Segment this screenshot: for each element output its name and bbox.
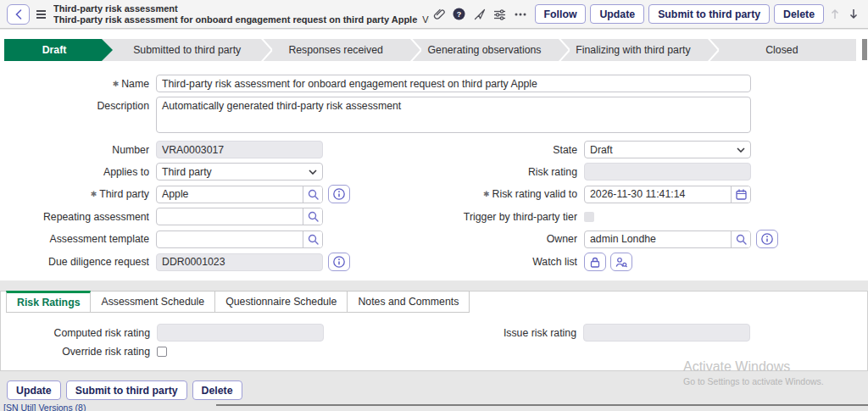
- name-input[interactable]: [156, 75, 751, 92]
- view-label: View: Vendor Risk: [422, 14, 428, 25]
- context-menu-icon[interactable]: [36, 10, 46, 19]
- applies-to-value: Third party: [162, 166, 212, 178]
- attachment-icon[interactable]: [429, 4, 449, 25]
- bottom-divider: [216, 404, 868, 406]
- date-picker-button[interactable]: [731, 186, 750, 203]
- due-diligence-request-preview-button[interactable]: [328, 253, 350, 271]
- activity-icon[interactable]: [470, 4, 490, 25]
- assessment-template-input[interactable]: [157, 231, 303, 247]
- scrollbar-thumb[interactable]: [862, 39, 867, 60]
- process-flow-bar: Draft Submitted to third party Responses…: [4, 39, 856, 61]
- svg-text:?: ?: [457, 10, 462, 19]
- owner-reference-field: [584, 230, 751, 248]
- submit-to-third-party-button[interactable]: Submit to third party: [648, 4, 770, 24]
- tab-notes-and-comments[interactable]: Notes and Comments: [348, 291, 470, 313]
- stage-closed: Closed: [708, 39, 856, 61]
- more-options-icon[interactable]: [510, 4, 531, 25]
- override-risk-rating-checkbox[interactable]: [157, 347, 167, 357]
- update-button[interactable]: Update: [590, 4, 644, 24]
- state-select[interactable]: Draft: [584, 141, 751, 158]
- stage-label: Finalizing with third party: [576, 44, 690, 56]
- follow-button[interactable]: Follow: [535, 4, 587, 24]
- search-icon: [308, 211, 319, 222]
- description-input[interactable]: Automatically generated third-party risk…: [156, 97, 751, 133]
- tab-questionnaire-schedule[interactable]: Questionnaire Schedule: [215, 291, 348, 313]
- repeating-assessment-field: [156, 208, 323, 225]
- trigger-by-tier-label: Trigger by third-party tier: [352, 211, 577, 223]
- delete-button[interactable]: Delete: [774, 4, 824, 24]
- help-icon[interactable]: ?: [449, 4, 470, 25]
- risk-rating-valid-to-field: [584, 186, 751, 203]
- record-type-title: Third-party risk assessment: [53, 3, 429, 14]
- form-panel: Draft Submitted to third party Responses…: [0, 30, 868, 280]
- tab-strip: Risk Ratings Assessment Schedule Questio…: [6, 291, 867, 313]
- header-actions: ? Follow Update Submit to third party De…: [429, 4, 861, 25]
- info-icon: [761, 233, 773, 245]
- risk-rating-field: [584, 163, 751, 181]
- person-key-icon: [615, 257, 627, 268]
- stage-label: Generating observations: [428, 44, 542, 56]
- stage-finalizing-with-third-party: Finalizing with third party: [559, 39, 707, 61]
- override-risk-rating-label: Override risk rating: [8, 346, 150, 358]
- info-icon: [333, 188, 345, 200]
- stage-generating-observations: Generating observations: [410, 39, 559, 61]
- issue-risk-rating-label: Issue risk rating: [353, 327, 576, 339]
- watermark-subtitle: Go to Settings to activate Windows.: [683, 376, 824, 386]
- computed-risk-rating-label: Computed risk rating: [8, 327, 150, 339]
- description-label: Description: [7, 97, 149, 112]
- footer-submit-to-third-party-button[interactable]: Submit to third party: [66, 380, 187, 400]
- footer-delete-button[interactable]: Delete: [192, 380, 242, 400]
- risk-rating-label: Risk rating: [352, 166, 577, 178]
- owner-input[interactable]: [585, 231, 731, 247]
- watch-list-label: Watch list: [352, 256, 577, 268]
- chevron-left-icon: [15, 9, 22, 19]
- name-label: ✱Name: [7, 78, 149, 90]
- search-icon: [308, 234, 319, 245]
- risk-rating-valid-to-label: ✱Risk rating valid to: [352, 188, 577, 200]
- repeating-assessment-lookup-button[interactable]: [303, 208, 322, 225]
- assessment-template-field: [156, 230, 323, 248]
- tab-assessment-schedule[interactable]: Assessment Schedule: [91, 291, 215, 313]
- info-icon: [333, 256, 345, 268]
- stage-draft: Draft: [4, 39, 113, 61]
- back-button[interactable]: [7, 4, 30, 25]
- trigger-by-tier-checkbox: [584, 212, 594, 222]
- record-titles: Third-party risk assessment Third-party …: [53, 3, 429, 25]
- assessment-template-label: Assessment template: [7, 233, 149, 245]
- stage-label: Responses received: [288, 44, 382, 56]
- assessment-template-lookup-button[interactable]: [303, 231, 322, 247]
- watch-list-edit-members-button[interactable]: [610, 253, 632, 271]
- third-party-lookup-button[interactable]: [303, 186, 322, 203]
- stage-submitted-to-third-party: Submitted to third party: [113, 39, 261, 61]
- owner-label: Owner: [352, 233, 577, 245]
- stage-responses-received: Responses received: [261, 39, 409, 61]
- form-fields: ✱Name Description Automatically generate…: [0, 61, 868, 271]
- owner-preview-button[interactable]: [756, 230, 778, 248]
- previous-record-icon: [827, 8, 843, 19]
- chevron-down-icon: [309, 169, 317, 175]
- stage-label: Submitted to third party: [133, 44, 241, 56]
- computed-risk-rating-field: [157, 324, 324, 342]
- stage-label: Draft: [42, 44, 67, 56]
- third-party-preview-button[interactable]: [328, 185, 350, 203]
- applies-to-select[interactable]: Third party: [156, 163, 323, 181]
- risk-rating-valid-to-input[interactable]: [585, 186, 731, 203]
- third-party-label: ✱Third party: [7, 188, 149, 200]
- chevron-down-icon: [737, 147, 745, 153]
- required-marker: ✱: [483, 190, 490, 198]
- required-marker: ✱: [91, 190, 97, 198]
- personalize-icon[interactable]: [490, 4, 510, 25]
- versions-link[interactable]: [SN Util] Versions (8): [3, 403, 86, 411]
- applies-to-label: Applies to: [7, 166, 149, 178]
- owner-lookup-button[interactable]: [731, 231, 750, 247]
- footer-update-button[interactable]: Update: [7, 380, 61, 400]
- watch-list-lock-button[interactable]: [584, 253, 606, 271]
- stage-label: Closed: [765, 44, 798, 56]
- tab-risk-ratings[interactable]: Risk Ratings: [6, 291, 91, 313]
- number-input: [156, 141, 323, 158]
- next-record-icon[interactable]: [846, 8, 861, 19]
- search-icon: [308, 189, 319, 200]
- third-party-input[interactable]: [157, 186, 303, 203]
- third-party-reference-field: [156, 186, 323, 203]
- repeating-assessment-input[interactable]: [157, 208, 303, 225]
